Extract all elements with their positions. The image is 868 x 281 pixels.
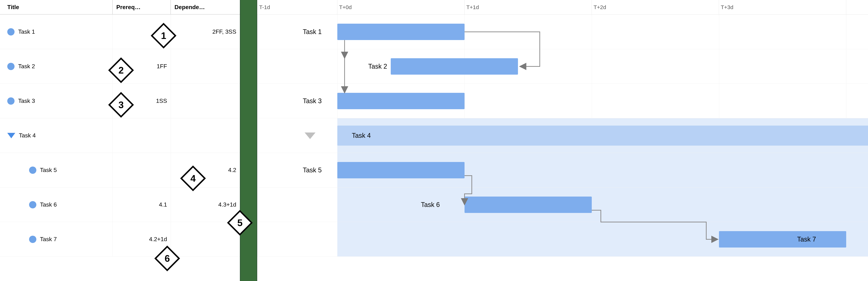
task-title: Task 2: [18, 63, 35, 70]
callout-number: 6: [165, 253, 170, 264]
gantt-row-label: Task 3: [303, 97, 322, 105]
cell-prereq[interactable]: [113, 153, 171, 187]
grid-row[interactable]: Task 74.2+1d: [0, 222, 240, 257]
cell-depend[interactable]: [171, 118, 240, 153]
gantt-row-label: Task 2: [368, 63, 387, 70]
bullet-icon: [7, 28, 14, 35]
task-title: Task 5: [40, 167, 57, 173]
gantt-row-label: Task 5: [303, 166, 322, 174]
time-column-header: T+2d: [592, 0, 719, 15]
cell-title[interactable]: Task 1: [0, 15, 113, 49]
col-header-prereq[interactable]: Prereq…: [113, 0, 171, 14]
gantt-row[interactable]: Task 5: [257, 153, 868, 188]
depend-value: 2FF, 3SS: [212, 28, 236, 35]
task-bar[interactable]: [337, 93, 465, 109]
cell-depend[interactable]: 4.2: [171, 153, 240, 187]
cell-prereq[interactable]: [113, 118, 171, 153]
cell-depend[interactable]: [171, 84, 240, 118]
callout-number: 2: [119, 65, 124, 76]
col-header-title[interactable]: Title: [0, 0, 113, 14]
gantt-row-label: Task 7: [797, 235, 816, 243]
gantt-row-label: Task 1: [303, 28, 322, 36]
gantt-row[interactable]: Task 1: [257, 15, 868, 49]
time-column-header: T+3d: [719, 0, 846, 15]
cell-depend[interactable]: 4.3+1d: [171, 188, 240, 222]
gantt-row[interactable]: Task 2: [257, 49, 868, 84]
bullet-icon: [29, 167, 36, 174]
time-column-header: T+1d: [465, 0, 592, 15]
grid-row[interactable]: Task 64.14.3+1d: [0, 188, 240, 222]
time-label: T-1d: [259, 4, 270, 10]
time-label: T+2d: [594, 4, 606, 10]
task-bar[interactable]: [391, 58, 518, 75]
gantt-row-label: Task 6: [421, 201, 440, 208]
gantt-time-header: T-1dT+0dT+1dT+2dT+3d: [257, 0, 868, 15]
time-label: T+1d: [466, 4, 479, 10]
gantt-bar-label: Task 4: [352, 132, 371, 139]
task-bar[interactable]: [465, 197, 592, 213]
task-bar[interactable]: [719, 231, 846, 248]
grid-body: Task 12FF, 3SSTask 21FFTask 31SSTask 4Ta…: [0, 15, 240, 257]
callout-number: 3: [119, 100, 124, 110]
bullet-icon: [7, 63, 14, 70]
grid-row[interactable]: Task 12FF, 3SS: [0, 15, 240, 49]
task-title: Task 1: [18, 28, 35, 35]
disclosure-triangle-icon[interactable]: [7, 133, 15, 138]
time-label: T+0d: [339, 4, 352, 10]
gantt-pane: T-1dT+0dT+1dT+2dT+3d Task 1Task 2Task 3T…: [257, 0, 868, 281]
task-bar[interactable]: [337, 24, 465, 40]
task-title: Task 7: [40, 236, 57, 243]
gantt-body: Task 1Task 2Task 3Task 4Task 5Task 6Task…: [257, 15, 868, 257]
gantt-row[interactable]: Task 7: [257, 222, 868, 257]
task-bar[interactable]: [337, 162, 465, 178]
time-column-header: T-1d: [257, 0, 337, 15]
grid-header: Title Prereq… Depende…: [0, 0, 240, 15]
cell-title[interactable]: Task 6: [0, 188, 113, 222]
callout-number: 1: [161, 30, 166, 41]
callout-number: 5: [237, 217, 243, 228]
app-root: Title Prereq… Depende… Task 12FF, 3SSTas…: [0, 0, 868, 281]
prereq-value: 4.1: [159, 201, 167, 208]
time-label: T+3d: [721, 4, 733, 10]
cell-prereq[interactable]: 4.1: [113, 188, 171, 222]
grid-row[interactable]: Task 4: [0, 118, 240, 153]
bullet-icon: [29, 236, 36, 243]
callout-number: 4: [190, 173, 196, 184]
cell-title[interactable]: Task 3: [0, 84, 113, 118]
cell-depend[interactable]: [171, 222, 240, 256]
summary-bar[interactable]: Task 4: [337, 125, 868, 146]
depend-value: 4.2: [228, 167, 236, 173]
time-column-header: T+0d: [337, 0, 465, 15]
grid-row[interactable]: Task 54.2: [0, 153, 240, 188]
cell-depend[interactable]: 2FF, 3SS: [171, 15, 240, 49]
prereq-value: 1FF: [157, 63, 167, 70]
cell-title[interactable]: Task 7: [0, 222, 113, 256]
cell-title[interactable]: Task 4: [0, 118, 113, 153]
cell-title[interactable]: Task 5: [0, 153, 113, 187]
prereq-value: 1SS: [156, 97, 167, 104]
task-title: Task 4: [19, 132, 36, 139]
col-header-depend[interactable]: Depende…: [171, 0, 240, 14]
prereq-value: 4.2+1d: [149, 236, 167, 243]
bullet-icon: [29, 201, 36, 208]
depend-value: 4.3+1d: [218, 201, 236, 208]
gantt-row[interactable]: Task 6: [257, 188, 868, 222]
gantt-row[interactable]: Task 3: [257, 84, 868, 118]
disclosure-triangle-grey-icon[interactable]: [305, 133, 315, 139]
task-title: Task 6: [40, 201, 57, 208]
outline-grid: Title Prereq… Depende… Task 12FF, 3SSTas…: [0, 0, 240, 281]
cell-title[interactable]: Task 2: [0, 49, 113, 84]
cell-depend[interactable]: [171, 49, 240, 84]
task-title: Task 3: [18, 97, 35, 104]
gantt-row[interactable]: Task 4: [257, 118, 868, 153]
pane-divider[interactable]: [240, 0, 257, 281]
bullet-icon: [7, 97, 14, 105]
